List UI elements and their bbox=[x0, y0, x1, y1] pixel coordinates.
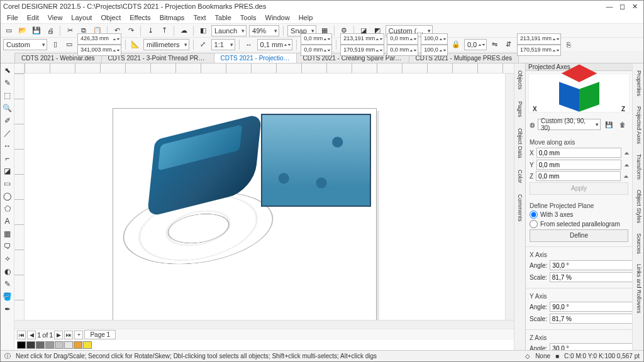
page-height-field[interactable]: 341,003 mm bbox=[77, 45, 121, 56]
z-angle-field[interactable] bbox=[550, 343, 635, 350]
page-prev-button[interactable]: ◀ bbox=[27, 331, 36, 339]
tool-callout[interactable]: 🗨 bbox=[2, 241, 13, 252]
tool-projected[interactable]: ◪ bbox=[2, 165, 13, 177]
docker-tab-objdata[interactable]: Object Data bbox=[516, 124, 525, 163]
docker-tab-pages[interactable]: Pages bbox=[516, 97, 525, 122]
page-last-button[interactable]: ⏭ bbox=[64, 331, 73, 339]
opt-parallelogram[interactable]: From selected parallelogram bbox=[530, 220, 628, 228]
menu-edit[interactable]: Edit bbox=[23, 13, 43, 22]
move-x-field[interactable] bbox=[536, 148, 621, 158]
swatch[interactable] bbox=[83, 341, 92, 349]
preset-delete-icon[interactable]: 🗑 bbox=[617, 119, 628, 130]
obj-x-field[interactable]: 0,0 mm bbox=[387, 33, 418, 45]
tool-curve[interactable]: ✐ bbox=[2, 115, 13, 126]
page-preset-combo[interactable]: Custom bbox=[3, 39, 47, 50]
preset-save-icon[interactable]: 💾 bbox=[603, 119, 614, 130]
center-y-field[interactable]: 170,519 mm bbox=[517, 45, 561, 56]
y-scale-field[interactable] bbox=[550, 314, 635, 324]
import-icon[interactable]: ⤓ bbox=[145, 25, 156, 36]
tool-rectangle[interactable]: ▭ bbox=[2, 178, 13, 189]
orientation-landscape-icon[interactable]: ▭ bbox=[64, 39, 75, 50]
rtab-transform[interactable]: Transform bbox=[633, 150, 643, 184]
tool-connector[interactable]: ⌐ bbox=[2, 153, 13, 164]
swatch[interactable] bbox=[45, 341, 54, 349]
spinner-icon[interactable]: ⏶ bbox=[624, 162, 630, 168]
tool-table[interactable]: ▦ bbox=[2, 228, 13, 239]
cut-icon[interactable]: ✂ bbox=[64, 25, 75, 36]
relative-icon[interactable]: ⎘ bbox=[564, 39, 575, 50]
rtab-properties[interactable]: Properties bbox=[633, 66, 643, 101]
lock-ratio-icon[interactable]: 🔒 bbox=[450, 39, 462, 50]
minimize-button[interactable]: — bbox=[603, 2, 616, 11]
docker-tab-color[interactable]: Color bbox=[516, 165, 525, 188]
zoom-combo[interactable]: 49% bbox=[249, 25, 279, 36]
drawing-scale-combo[interactable]: 1:1 bbox=[211, 39, 235, 50]
docker-tab-objects[interactable]: Objects bbox=[516, 66, 525, 94]
menu-text[interactable]: Text bbox=[189, 13, 209, 22]
mirror-v-icon[interactable]: ⇵ bbox=[503, 39, 514, 50]
obj-y-field[interactable]: 0,0 mm bbox=[387, 45, 418, 56]
units-combo[interactable]: millimeters bbox=[143, 39, 189, 50]
rtab-projected[interactable]: Projected Axes bbox=[633, 102, 643, 148]
nudge-field[interactable]: 0,1 mm bbox=[257, 39, 293, 50]
page-add-button[interactable]: ＋ bbox=[74, 331, 83, 339]
menu-object[interactable]: Object bbox=[97, 13, 125, 22]
drawing-scale-icon[interactable]: ⤢ bbox=[197, 39, 209, 50]
scale-y-field[interactable]: 100,0 bbox=[421, 45, 448, 56]
tool-polygon[interactable]: ⬠ bbox=[2, 203, 13, 214]
print-icon[interactable]: 🖨 bbox=[45, 25, 56, 36]
page-tab[interactable]: Page 1 bbox=[84, 330, 116, 339]
rtab-objstyles[interactable]: Object Styles bbox=[633, 185, 643, 228]
open-icon[interactable]: 📂 bbox=[17, 25, 28, 36]
spinner-icon[interactable]: ⏶ bbox=[623, 173, 630, 180]
tool-line[interactable]: ／ bbox=[2, 128, 13, 139]
menu-view[interactable]: View bbox=[44, 13, 67, 22]
vertical-scrollbar[interactable] bbox=[505, 74, 514, 320]
spinner-icon[interactable]: ⏶ bbox=[624, 150, 630, 156]
opt-3-axes[interactable]: With 3 axes bbox=[530, 211, 628, 219]
rtab-sources[interactable]: Sources bbox=[633, 229, 643, 258]
obj-w-field[interactable]: 213,191 mm bbox=[340, 33, 384, 45]
menu-window[interactable]: Window bbox=[262, 13, 294, 22]
y-angle-field[interactable] bbox=[550, 302, 635, 312]
tool-pick[interactable]: ⬉ bbox=[2, 65, 13, 76]
page-width-field[interactable]: 426,33 mm bbox=[77, 33, 121, 45]
swatch[interactable] bbox=[64, 341, 73, 349]
tool-ellipse[interactable]: ◯ bbox=[2, 190, 13, 202]
rtab-links[interactable]: Links and Rollovers bbox=[633, 260, 643, 318]
tool-dimension[interactable]: ↔ bbox=[2, 140, 13, 151]
menu-layout[interactable]: Layout bbox=[67, 13, 96, 22]
x-scale-field[interactable] bbox=[550, 272, 635, 282]
artwork-detail-inset[interactable] bbox=[261, 114, 371, 207]
artwork-brake-assembly[interactable] bbox=[126, 128, 283, 291]
tool-eyedropper[interactable]: ✎ bbox=[2, 278, 13, 290]
dup-x-field[interactable]: 0,0 mm bbox=[301, 33, 332, 45]
save-icon[interactable]: 💾 bbox=[31, 25, 42, 36]
page-first-button[interactable]: ⏮ bbox=[17, 331, 26, 339]
tool-zoom[interactable]: 🔍 bbox=[2, 102, 13, 114]
close-button[interactable]: ✕ bbox=[628, 2, 641, 11]
swatch[interactable] bbox=[26, 341, 35, 349]
redo-icon[interactable]: ↷ bbox=[125, 25, 136, 36]
page-next-button[interactable]: ▶ bbox=[54, 331, 63, 339]
x-angle-field[interactable] bbox=[550, 260, 635, 270]
swatch[interactable] bbox=[36, 341, 45, 349]
tool-text[interactable]: A bbox=[2, 216, 13, 227]
scale-x-field[interactable]: 100,0 bbox=[421, 33, 448, 45]
menu-file[interactable]: File bbox=[3, 13, 22, 22]
swatch[interactable] bbox=[74, 341, 82, 349]
fill-indicator-icon[interactable]: ◇ bbox=[525, 353, 530, 359]
move-y-field[interactable] bbox=[536, 160, 621, 170]
axes-preview[interactable]: X Z Y bbox=[528, 74, 630, 112]
launch-combo[interactable]: Launch bbox=[211, 25, 247, 36]
tool-transparency[interactable]: ◐ bbox=[2, 266, 13, 277]
doc-tab-2[interactable]: CDTS 2021 - Projectio… bbox=[214, 53, 297, 63]
publish-icon[interactable]: ☁ bbox=[178, 25, 189, 36]
swatch[interactable] bbox=[55, 341, 64, 349]
rotation-field[interactable]: 0,0 bbox=[464, 39, 487, 50]
move-z-field[interactable] bbox=[536, 171, 621, 181]
define-button[interactable]: Define bbox=[530, 229, 628, 242]
export-icon[interactable]: ⤒ bbox=[158, 25, 170, 36]
tool-effects[interactable]: ✧ bbox=[2, 253, 13, 265]
drawing-canvas[interactable] bbox=[25, 74, 505, 320]
